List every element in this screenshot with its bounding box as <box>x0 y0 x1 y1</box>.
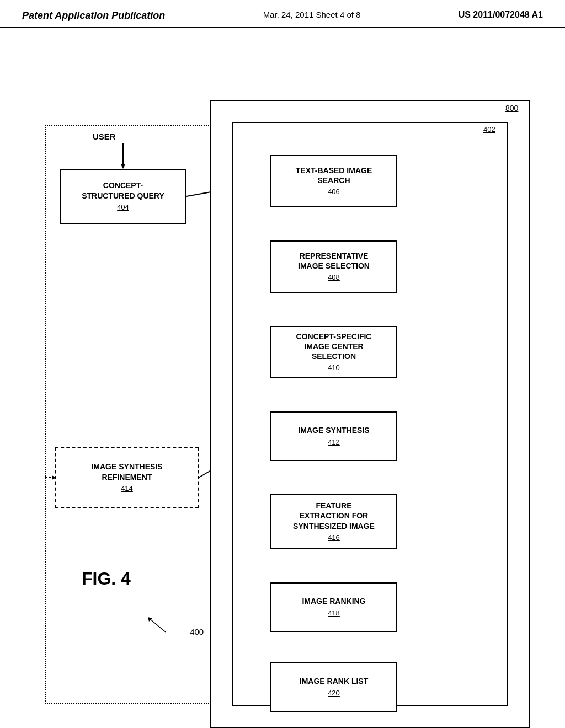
box-420-ref: 420 <box>328 689 340 698</box>
arrow-400 <box>143 613 188 635</box>
diagram-area: USER 800 402 CONCEPT-STRUCTURED QUERY 40… <box>0 28 565 712</box>
box-404: CONCEPT-STRUCTURED QUERY 404 <box>60 169 186 224</box>
box-404-ref: 404 <box>117 203 129 212</box>
publication-label: Patent Application Publication <box>22 10 165 22</box>
box-418: IMAGE RANKING 418 <box>270 582 397 632</box>
box-412-ref: 412 <box>328 438 340 447</box>
box-408-ref: 408 <box>328 273 340 282</box>
box-406-text: TEXT-BASED IMAGESEARCH <box>296 165 372 185</box>
box-414-ref: 414 <box>121 484 133 494</box>
sheet-label: Mar. 24, 2011 Sheet 4 of 8 <box>263 10 361 19</box>
svg-line-20 <box>149 618 166 632</box>
box-414-text: IMAGE SYNTHESISREFINEMENT <box>91 462 162 481</box>
label-400: 400 <box>143 613 204 636</box>
box-410-text: CONCEPT-SPECIFICIMAGE CENTERSELECTION <box>296 331 372 362</box>
box-408-text: REPRESENTATIVEIMAGE SELECTION <box>298 251 370 271</box>
patent-number: US 2011/0072048 A1 <box>459 10 543 20</box>
box-412-text: IMAGE SYNTHESIS <box>298 425 369 435</box>
box-412: IMAGE SYNTHESIS 412 <box>270 411 397 461</box>
figure-label: FIG. 4 <box>82 569 131 589</box>
box-418-ref: 418 <box>328 609 340 618</box>
box-410-ref: 410 <box>328 363 340 373</box>
page-header: Patent Application Publication Mar. 24, … <box>0 0 565 28</box>
box-410: CONCEPT-SPECIFICIMAGE CENTERSELECTION 41… <box>270 326 397 378</box>
ref-402: 402 <box>483 125 495 133</box>
box-418-text: IMAGE RANKING <box>302 596 365 606</box>
box-416: FEATUREEXTRACTION FORSYNTHESIZED IMAGE 4… <box>270 494 397 549</box>
box-408: REPRESENTATIVEIMAGE SELECTION 408 <box>270 240 397 293</box>
box-414: IMAGE SYNTHESISREFINEMENT 414 <box>55 447 199 508</box>
box-420: IMAGE RANK LIST 420 <box>270 662 397 712</box>
box-406: TEXT-BASED IMAGESEARCH 406 <box>270 155 397 207</box>
box-416-text: FEATUREEXTRACTION FORSYNTHESIZED IMAGE <box>293 501 375 531</box>
ref-800: 800 <box>505 104 518 113</box>
box-416-ref: 416 <box>328 533 340 543</box>
box-406-ref: 406 <box>328 188 340 197</box>
box-420-text: IMAGE RANK LIST <box>300 676 368 686</box>
box-404-text: CONCEPT-STRUCTURED QUERY <box>82 180 164 200</box>
